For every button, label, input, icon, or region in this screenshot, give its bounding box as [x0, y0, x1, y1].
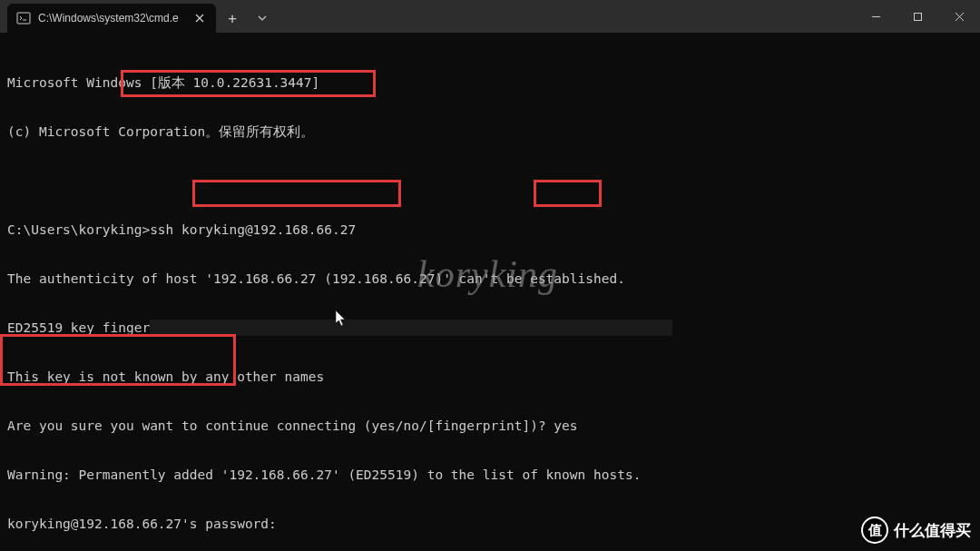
terminal-output[interactable]: Microsoft Windows [版本 10.0.22631.3447] (…: [0, 33, 980, 551]
smzdm-logo: 值 什么值得买: [861, 517, 971, 544]
svg-rect-0: [17, 13, 30, 24]
svg-rect-5: [914, 13, 921, 20]
terminal-tab[interactable]: C:\Windows\system32\cmd.e: [7, 4, 216, 33]
cmd-icon: [16, 11, 31, 25]
terminal-line: Microsoft Windows [版本 10.0.22631.3447]: [7, 74, 973, 91]
tab-title: C:\Windows\system32\cmd.e: [38, 12, 185, 25]
terminal-line: koryking@192.168.66.27's password:: [7, 516, 973, 532]
terminal-line: [7, 172, 973, 189]
terminal-line: Warning: Permanently added '192.168.66.2…: [7, 467, 973, 483]
logo-text: 什么值得买: [894, 520, 971, 541]
terminal-line: (c) Microsoft Corporation。保留所有权利。: [7, 123, 973, 140]
minimize-button[interactable]: [855, 0, 897, 33]
logo-icon: 值: [861, 517, 888, 544]
tab-dropdown-button[interactable]: [249, 4, 276, 33]
terminal-line: This key is not known by any other names: [7, 369, 973, 385]
titlebar: C:\Windows\system32\cmd.e +: [0, 0, 980, 33]
terminal-line: The authenticity of host '192.168.66.27 …: [7, 271, 973, 287]
terminal-line: ED25519 key finger: [7, 320, 973, 336]
close-button[interactable]: [938, 0, 980, 33]
window-controls: [855, 0, 980, 33]
new-tab-button[interactable]: +: [216, 4, 249, 33]
terminal-line: C:\Users\koryking>ssh koryking@192.168.6…: [7, 221, 973, 238]
terminal-line: Are you sure you want to continue connec…: [7, 418, 973, 434]
maximize-button[interactable]: [897, 0, 938, 33]
tab-close-button[interactable]: [192, 11, 207, 25]
